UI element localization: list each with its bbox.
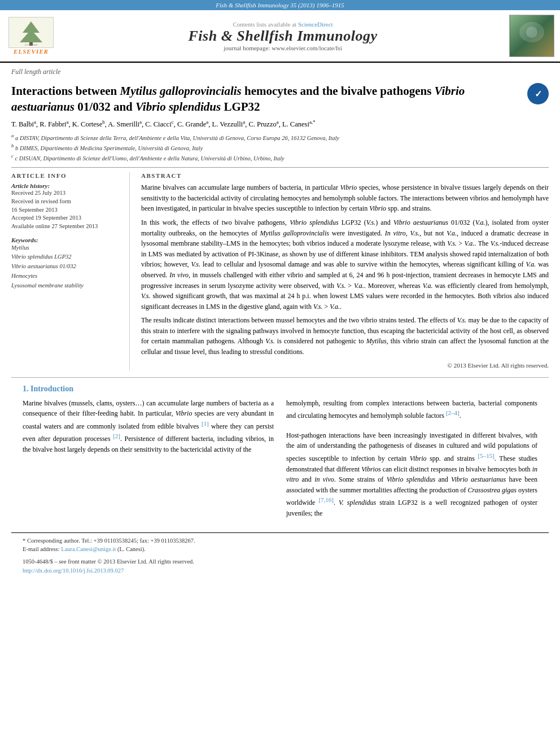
article-info-col: ARTICLE INFO Article history: Received 2…	[11, 172, 130, 370]
keyword-5: Lysosomal membrane stability	[11, 281, 121, 291]
title-text-3: 01/032 and	[75, 100, 135, 113]
abstract-text: Marine bivalves can accumulate large num…	[141, 182, 549, 370]
affiliation-c: c c DISUAN, Dipartimento di Scienze dell…	[11, 152, 549, 163]
journal-header: ELSEVIER ELSEVIER Contents lists availab…	[0, 10, 560, 63]
journal-title: Fish & Shellfish Immunology	[62, 28, 504, 45]
section-label-text: Full length article	[11, 68, 60, 76]
doi-line: http://dx.doi.org/10.1016/j.fsi.2013.09.…	[23, 566, 537, 575]
article-title: Interactions between Mytilus galloprovin…	[11, 83, 549, 115]
email-label: E-mail address:	[23, 546, 61, 552]
issn-line: 1050-4648/$ – see front matter © 2013 El…	[23, 557, 537, 566]
keywords-section: Keywords: Mytilus Vibrio splendidus LGP3…	[11, 237, 121, 291]
keyword-2: Vibrio splendidus LGP32	[11, 252, 121, 262]
abstract-body-divider	[11, 377, 549, 378]
article-main: ✓ Interactions between Mytilus galloprov…	[0, 83, 560, 575]
svg-text:ELSEVIER: ELSEVIER	[24, 43, 37, 46]
journal-cover-image	[509, 15, 554, 57]
doi-link[interactable]: http://dx.doi.org/10.1016/j.fsi.2013.09.…	[23, 567, 124, 574]
intro-left-col: Marine bivalves (mussels, clams, oysters…	[23, 398, 274, 519]
ref-2[interactable]: [2]	[113, 433, 120, 439]
authors-line: T. Balbia, R. Fabbria, K. Corteseb, A. S…	[11, 119, 549, 130]
article-section-label: Full length article	[0, 63, 560, 78]
journal-citation-bar: Fish & Shellfish Immunology 35 (2013) 19…	[0, 0, 560, 10]
elsevier-wordmark: ELSEVIER	[14, 48, 49, 55]
affiliation-b: b b DIMES, Dipartimento di Medicina Sper…	[11, 142, 549, 152]
abstract-para-1: Marine bivalves can accumulate large num…	[141, 182, 549, 214]
history-label: Article history:	[11, 182, 121, 189]
received-date: Received 25 July 2013	[11, 189, 121, 198]
title-area: ✓ Interactions between Mytilus galloprov…	[11, 83, 549, 115]
keyword-1: Mytilus	[11, 243, 121, 253]
affiliations: a a DISTAV, Dipartimento di Scienze dell…	[11, 132, 549, 163]
accepted-date: Accepted 19 September 2013	[11, 214, 121, 222]
elsevier-tree-image: ELSEVIER	[8, 17, 54, 48]
intro-right-text-1: hemolymph, resulting from complex intera…	[286, 398, 537, 421]
available-date: Available online 27 September 2013	[11, 222, 121, 231]
title-text-2: hemocytes and the bivalve pathogens	[242, 84, 435, 98]
sciencedirect-line: Contents lists available at ScienceDirec…	[62, 21, 504, 28]
corresponding-author-note: * Corresponding author. Tel.: +39 011035…	[23, 536, 537, 545]
section-number: 1.	[23, 385, 29, 393]
section-title: Introduction	[30, 385, 73, 393]
email-link[interactable]: Laura.Canesi@unige.it	[61, 546, 116, 552]
header-divider	[11, 167, 549, 168]
revised-date: Received in revised form16 September 201…	[11, 198, 121, 214]
introduction-cols: Marine bivalves (mussels, clams, oysters…	[23, 398, 537, 519]
keyword-4: Hemocytes	[11, 272, 121, 281]
title-italic-1: Mytilus galloprovincialis	[120, 84, 241, 98]
email-suffix: (L. Canesi).	[116, 546, 146, 552]
affiliation-a: a a DISTAV, Dipartimento di Scienze dell…	[11, 132, 549, 142]
ref-2-4[interactable]: [2–4]	[446, 409, 460, 416]
info-abstract-cols: ARTICLE INFO Article history: Received 2…	[11, 172, 549, 370]
elsevier-logo: ELSEVIER ELSEVIER	[6, 17, 56, 55]
title-italic-3: Vibrio splendidus	[135, 100, 221, 113]
crossmark-badge: ✓	[527, 83, 549, 104]
corresponding-author-text: * Corresponding author. Tel.: +39 011035…	[23, 538, 195, 544]
abstract-para-2: In this work, the effects of two bivalve…	[141, 217, 549, 312]
article-info-title: ARTICLE INFO	[11, 172, 121, 179]
journal-center-info: Contents lists available at ScienceDirec…	[62, 21, 504, 51]
sciencedirect-link[interactable]: ScienceDirect	[298, 21, 333, 28]
ref-5-15[interactable]: [5–15]	[478, 452, 495, 459]
title-text-1: Interactions between	[11, 84, 120, 98]
journal-citation-text: Fish & Shellfish Immunology 35 (2013) 19…	[216, 2, 344, 8]
intro-right-col: hemolymph, resulting from complex intera…	[286, 398, 537, 519]
abstract-para-3: The results indicate distinct interactio…	[141, 315, 549, 357]
title-text-4: LGP32	[221, 100, 260, 113]
ref-1[interactable]: [1]	[202, 420, 209, 427]
introduction-section: 1. Introduction Marine bivalves (mussels…	[11, 385, 549, 519]
contents-available-text: Contents lists available at	[233, 21, 298, 28]
keyword-3: Vibrio aestuarianus 01/032	[11, 262, 121, 272]
keywords-label: Keywords:	[11, 237, 121, 243]
introduction-heading: 1. Introduction	[23, 385, 537, 394]
journal-homepage: journal homepage: www.elsevier.com/locat…	[62, 45, 504, 51]
intro-left-text: Marine bivalves (mussels, clams, oysters…	[23, 398, 274, 455]
svg-point-6	[526, 27, 537, 38]
abstract-col: ABSTRACT Marine bivalves can accumulate …	[141, 172, 549, 370]
abstract-title: ABSTRACT	[141, 172, 549, 179]
footnote-area: * Corresponding author. Tel.: +39 011035…	[11, 532, 549, 575]
issn-area: 1050-4648/$ – see front matter © 2013 El…	[23, 557, 537, 575]
ref-7-16[interactable]: [7,16]	[318, 496, 334, 503]
intro-right-text-2: Host-pathogen interactions have been inc…	[286, 430, 537, 519]
copyright-line: © 2013 Elsevier Ltd. All rights reserved…	[141, 361, 549, 370]
email-line: E-mail address: Laura.Canesi@unige.it (L…	[23, 545, 537, 554]
